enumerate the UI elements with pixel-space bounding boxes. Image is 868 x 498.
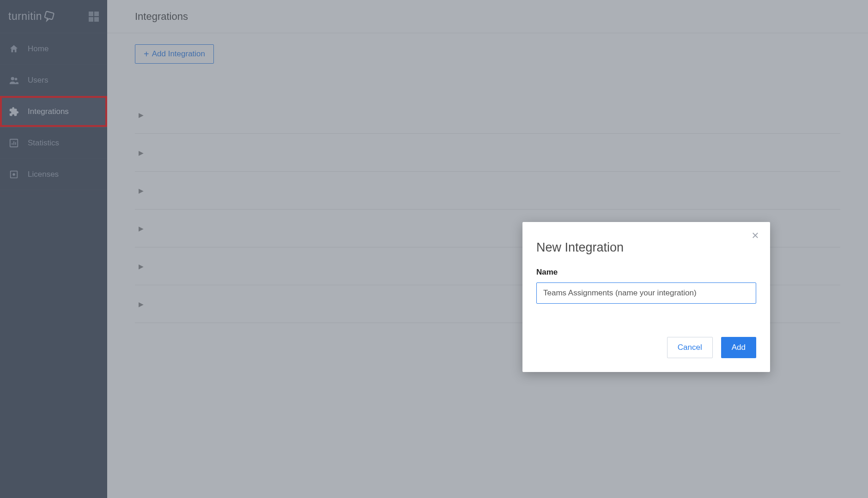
modal-close-button[interactable]	[749, 229, 762, 242]
integration-name-input[interactable]	[536, 282, 756, 304]
new-integration-modal: New Integration Name Cancel Add	[522, 222, 770, 372]
add-button[interactable]: Add	[721, 337, 756, 358]
name-field-label: Name	[536, 268, 756, 277]
modal-title: New Integration	[536, 240, 756, 255]
modal-body: New Integration Name	[522, 222, 770, 314]
close-icon	[751, 229, 759, 242]
modal-footer: Cancel Add	[522, 314, 770, 372]
modal-overlay[interactable]: New Integration Name Cancel Add	[0, 0, 868, 498]
cancel-button[interactable]: Cancel	[667, 337, 713, 358]
